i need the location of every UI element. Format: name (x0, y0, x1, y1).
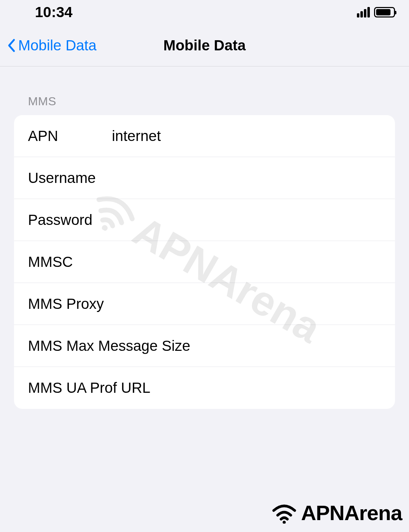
section-header-mms: MMS (28, 94, 395, 108)
mms-proxy-input[interactable] (114, 296, 395, 312)
settings-row-password[interactable]: Password (14, 199, 395, 241)
row-label-mms-ua-prof: MMS UA Prof URL (28, 380, 395, 396)
settings-row-mms-proxy[interactable]: MMS Proxy (14, 283, 395, 325)
settings-row-apn[interactable]: APN (14, 115, 395, 157)
settings-row-mms-max-size[interactable]: MMS Max Message Size (14, 325, 395, 367)
mmsc-input[interactable] (112, 254, 395, 270)
battery-icon (374, 7, 395, 17)
status-indicators (357, 7, 395, 17)
settings-group-mms: APN Username Password MMSC MMS Proxy MMS… (14, 115, 395, 409)
row-label-username: Username (28, 170, 112, 186)
page-title: Mobile Data (163, 37, 246, 54)
settings-row-username[interactable]: Username (14, 157, 395, 199)
footer-logo-text: APNArena (301, 501, 402, 525)
row-label-mms-proxy: MMS Proxy (28, 296, 104, 312)
back-label: Mobile Data (18, 37, 96, 54)
status-time: 10:34 (35, 4, 72, 21)
row-label-apn: APN (28, 128, 112, 144)
row-label-mmsc: MMSC (28, 254, 112, 270)
row-label-mms-max-size: MMS Max Message Size (28, 338, 395, 354)
row-label-password: Password (28, 212, 112, 228)
back-button[interactable]: Mobile Data (7, 37, 96, 54)
username-input[interactable] (112, 170, 395, 186)
cellular-signal-icon (357, 7, 370, 17)
password-input[interactable] (112, 212, 395, 228)
navigation-bar: Mobile Data Mobile Data (0, 24, 409, 66)
footer-logo: APNArena (270, 501, 402, 525)
status-bar: 10:34 (0, 0, 409, 24)
svg-point-1 (283, 520, 286, 523)
settings-row-mms-ua-prof[interactable]: MMS UA Prof URL (14, 367, 395, 409)
apn-input[interactable] (112, 128, 395, 144)
wifi-icon (270, 503, 298, 524)
chevron-left-icon (7, 38, 15, 52)
content-area: MMS APN Username Password MMSC MMS Proxy (0, 66, 409, 409)
settings-row-mmsc[interactable]: MMSC (14, 241, 395, 283)
